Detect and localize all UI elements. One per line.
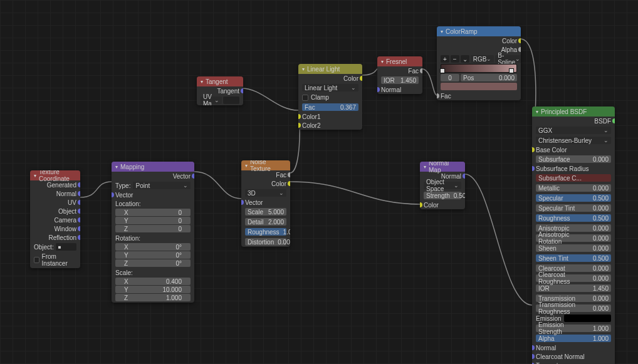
node-header[interactable]: ▾Principled BSDF — [532, 107, 615, 117]
type-dropdown[interactable]: Point — [133, 182, 191, 189]
emission-strength-field[interactable]: Emission Strength1.000 — [536, 325, 611, 332]
ramp-menu-button[interactable]: ⌄ — [461, 55, 469, 63]
subsurface-field[interactable]: Subsurface0.000 — [536, 155, 611, 163]
socket[interactable] — [518, 47, 521, 52]
socket[interactable] — [420, 202, 422, 207]
node-texture-coordinate[interactable]: ▾Texture Coordinate Generated Normal UV … — [30, 170, 80, 268]
collapse-icon[interactable]: ▾ — [34, 173, 36, 179]
node-header[interactable]: ▾Texture Coordinate — [30, 170, 80, 180]
detail-field[interactable]: Detail2.000 — [245, 218, 286, 226]
socket[interactable] — [192, 174, 194, 179]
socket[interactable] — [288, 172, 290, 177]
trans-rough-field[interactable]: Transmission Roughness0.000 — [536, 304, 611, 312]
strength-field[interactable]: Strength0.500 — [424, 192, 461, 199]
specular-field[interactable]: Specular0.500 — [536, 194, 611, 202]
collapse-icon[interactable]: ▾ — [201, 79, 203, 85]
node-normal-map[interactable]: ▾Normal Map Normal Object Space Strength… — [420, 162, 465, 209]
node-header[interactable]: ▾Tangent — [197, 76, 243, 86]
socket[interactable] — [112, 192, 114, 197]
socket[interactable] — [78, 209, 80, 214]
socket[interactable] — [532, 166, 535, 171]
collapse-icon[interactable]: ▾ — [424, 164, 426, 170]
rot-y[interactable]: Y0° — [115, 251, 191, 259]
socket[interactable] — [78, 235, 80, 240]
ior-field[interactable]: IOR1.450 — [381, 76, 419, 84]
rot-x[interactable]: X0° — [115, 243, 191, 251]
socket[interactable] — [78, 182, 80, 187]
socket[interactable] — [377, 87, 380, 92]
sheen-tint-field[interactable]: Sheen Tint0.500 — [536, 254, 611, 262]
sheen-field[interactable]: Sheen0.000 — [536, 244, 611, 252]
object-field[interactable]: ■ — [56, 243, 76, 251]
node-header[interactable]: ▾ColorRamp — [437, 26, 521, 36]
socket[interactable] — [437, 93, 439, 98]
collapse-icon[interactable]: ▾ — [536, 109, 538, 115]
blend-mode-dropdown[interactable]: Linear Light — [302, 84, 358, 91]
node-header[interactable]: ▾Linear Light — [298, 64, 362, 74]
collapse-icon[interactable]: ▾ — [381, 59, 384, 65]
socket[interactable] — [241, 88, 243, 93]
distribution-dropdown[interactable]: GGX — [536, 127, 611, 134]
socket[interactable] — [288, 181, 290, 186]
socket[interactable] — [532, 354, 535, 359]
ramp-gradient[interactable] — [441, 64, 517, 73]
specular-tint-field[interactable]: Specular Tint0.000 — [536, 204, 611, 212]
loc-z[interactable]: Z0 — [115, 225, 191, 232]
roughness-field[interactable]: Roughness1.000 — [245, 228, 286, 236]
collapse-icon[interactable]: ▾ — [302, 66, 305, 72]
sss-method-dropdown[interactable]: Christensen-Burley — [536, 137, 611, 144]
scale-z[interactable]: Z1.000 — [115, 294, 191, 301]
socket[interactable] — [78, 191, 80, 196]
clearcoat-rough-field[interactable]: Clearcoat Roughness0.000 — [536, 274, 611, 282]
socket[interactable] — [241, 200, 244, 205]
from-instancer-checkbox[interactable]: From Instancer — [30, 252, 80, 268]
ramp-add-button[interactable]: + — [441, 55, 449, 63]
ramp-index-field[interactable]: 0 — [441, 74, 459, 81]
space-dropdown[interactable]: Object Space — [424, 182, 461, 189]
clamp-checkbox[interactable]: Clamp — [298, 93, 362, 102]
node-header[interactable]: ▾Mapping — [112, 162, 194, 172]
socket[interactable] — [78, 217, 80, 222]
tangent-uv-field[interactable] — [223, 96, 239, 104]
ramp-pos-field[interactable]: Pos0.000 — [461, 74, 517, 81]
socket[interactable] — [518, 38, 521, 43]
node-tangent[interactable]: ▾Tangent Tangent UV Ma — [197, 76, 243, 105]
node-linear-light[interactable]: ▾Linear Light Color Linear Light Clamp F… — [298, 64, 362, 130]
socket[interactable] — [532, 147, 535, 152]
socket[interactable] — [612, 118, 615, 123]
subs-color-field[interactable]: Subsurface C... — [536, 174, 611, 182]
node-colorramp[interactable]: ▾ColorRamp Color Alpha + − ⌄ RGB B-Splin… — [437, 26, 521, 100]
socket[interactable] — [532, 345, 535, 350]
loc-y[interactable]: Y0 — [115, 217, 191, 224]
socket[interactable] — [298, 123, 301, 128]
aniso-rot-field[interactable]: Anisotropic Rotation0.000 — [536, 234, 611, 242]
metallic-field[interactable]: Metallic0.000 — [536, 184, 611, 192]
node-header[interactable]: ▾Normal Map — [420, 162, 465, 172]
node-noise-texture[interactable]: ▾Noise Texture Fac Color 3D Vector Scale… — [241, 160, 290, 247]
ramp-stop[interactable] — [509, 68, 514, 73]
tangent-mode-dropdown[interactable]: UV Ma — [201, 96, 222, 104]
node-fresnel[interactable]: ▾Fresnel Fac IOR1.450 Normal — [377, 56, 422, 94]
socket[interactable] — [360, 76, 362, 81]
ior-field[interactable]: IOR1.450 — [536, 284, 611, 292]
ramp-stop[interactable] — [440, 68, 445, 73]
collapse-icon[interactable]: ▾ — [441, 29, 443, 34]
node-header[interactable]: ▾Noise Texture — [241, 160, 290, 170]
rot-z[interactable]: Z0° — [115, 259, 191, 267]
node-principled-bsdf[interactable]: ▾Principled BSDF BSDF GGX Christensen-Bu… — [532, 107, 615, 364]
socket[interactable] — [78, 200, 80, 205]
socket[interactable] — [463, 174, 465, 179]
roughness-field[interactable]: Roughness0.500 — [536, 214, 611, 222]
loc-x[interactable]: X0 — [115, 209, 191, 216]
alpha-field[interactable]: Alpha1.000 — [536, 335, 611, 342]
fac-field[interactable]: Fac0.367 — [302, 103, 358, 111]
ramp-colormode-dropdown[interactable]: RGB — [471, 55, 494, 63]
collapse-icon[interactable]: ▾ — [115, 164, 118, 170]
socket[interactable] — [78, 226, 80, 231]
scale-x[interactable]: X0.400 — [115, 278, 191, 285]
socket[interactable] — [298, 114, 301, 119]
socket[interactable] — [420, 68, 422, 73]
scale-field[interactable]: Scale5.000 — [245, 208, 286, 216]
ramp-color-field[interactable] — [441, 83, 517, 90]
dimensions-dropdown[interactable]: 3D — [245, 189, 286, 197]
